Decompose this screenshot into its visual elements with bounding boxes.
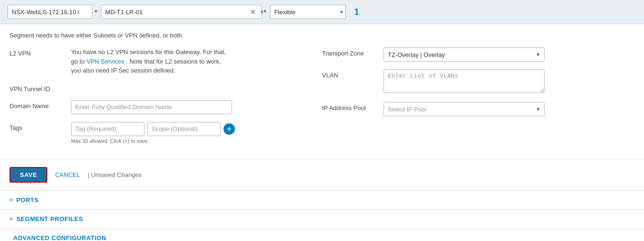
count-badge: 1 [354, 7, 359, 17]
vlan-input[interactable] [384, 69, 545, 93]
add-tag-button[interactable]: + [224, 123, 235, 135]
actions-bar: SAVE CANCEL | Unsaved Changes [0, 159, 644, 190]
ip-pool-select[interactable]: Select IP Pool [384, 102, 545, 116]
vpn-tunnel-row: VPN Tunnel ID [9, 83, 303, 93]
flexible-dropdown-button[interactable]: ▼ [339, 9, 344, 15]
segment-name-wrap: * [8, 5, 97, 19]
l2vpn-row: L2 VPN You have no L2 VPN sessions for t… [9, 47, 303, 75]
top-bar: * ✕ ▼ * ▼ 1 [0, 0, 644, 24]
flexible-wrap: ▼ [270, 5, 346, 19]
tags-row-wrap: Tags + Max 30 allowed. Click (+) to save… [9, 122, 303, 144]
ip-pool-field: Select IP Pool ▼ [384, 102, 616, 116]
gateway-dropdown-button[interactable]: ▼ [259, 9, 264, 15]
domain-name-field [71, 100, 303, 114]
segment-note: Segment needs to have either Subnets or … [9, 32, 635, 39]
transport-zone-select-wrap: TZ-Overlay | Overlay ▼ [384, 47, 545, 62]
segment-profiles-label: SEGMENT PROFILES [16, 215, 83, 222]
transport-zone-field: TZ-Overlay | Overlay ▼ [384, 47, 616, 62]
vpn-services-link[interactable]: VPN Services [87, 58, 125, 65]
form-left: L2 VPN You have no L2 VPN sessions for t… [9, 47, 322, 151]
domain-name-input[interactable] [71, 100, 232, 114]
main-content: Segment needs to have either Subnets or … [0, 24, 644, 159]
ip-pool-select-wrap: Select IP Pool ▼ [384, 102, 545, 116]
segment-profiles-section[interactable]: > SEGMENT PROFILES [0, 210, 644, 228]
ports-section[interactable]: > PORTS [0, 191, 644, 209]
tags-hint: Max 30 allowed. Click (+) to save. [71, 138, 303, 144]
flexible-input[interactable] [270, 5, 346, 19]
ports-chevron-icon: > [9, 197, 12, 203]
gateway-input[interactable] [101, 5, 262, 19]
go-to-text: go to [71, 58, 87, 65]
l2vpn-text-3: you also need IP Sec session defined. [71, 67, 175, 74]
segment-profiles-chevron-icon: > [9, 216, 12, 222]
transport-zone-select[interactable]: TZ-Overlay | Overlay [384, 47, 545, 62]
segment-name-required: * [95, 9, 97, 16]
l2vpn-text: You have no L2 VPN sessions for this Gat… [71, 47, 303, 75]
unsaved-changes: | Unsaved Changes [88, 171, 142, 178]
tag-scope-input[interactable] [147, 122, 221, 136]
segment-name-input[interactable] [8, 5, 93, 19]
tags-inputs: + [71, 122, 303, 136]
form-grid: L2 VPN You have no L2 VPN sessions for t… [9, 47, 635, 151]
l2vpn-field: You have no L2 VPN sessions for this Gat… [71, 47, 303, 75]
advanced-config-section[interactable]: ADVANCED CONFIGURATION [0, 229, 644, 241]
form-right: Transport Zone TZ-Overlay | Overlay ▼ VL… [322, 47, 635, 151]
l2vpn-text-2: . Note that for L2 sessions to work, [126, 58, 221, 65]
cancel-button[interactable]: CANCEL [55, 171, 80, 178]
l2vpn-text-1: You have no L2 VPN sessions for this Gat… [71, 48, 226, 56]
domain-name-row: Domain Name [9, 100, 303, 114]
clear-gateway-button[interactable]: ✕ [250, 8, 256, 16]
gateway-wrap: ✕ ▼ * [101, 5, 266, 19]
tags-field: + Max 30 allowed. Click (+) to save. [71, 122, 303, 144]
vlan-row: VLAN [322, 69, 616, 94]
vpn-tunnel-label: VPN Tunnel ID [9, 83, 71, 93]
save-button[interactable]: SAVE [9, 167, 47, 183]
ip-pool-row: IP Address Pool Select IP Pool ▼ [322, 102, 616, 116]
transport-zone-label: Transport Zone [322, 47, 384, 57]
tag-required-input[interactable] [71, 122, 144, 136]
advanced-config-label: ADVANCED CONFIGURATION [13, 234, 106, 241]
vlan-label: VLAN [322, 69, 384, 79]
tags-label: Tags [9, 122, 71, 131]
ip-pool-label: IP Address Pool [322, 102, 384, 111]
transport-zone-row: Transport Zone TZ-Overlay | Overlay ▼ [322, 47, 616, 62]
l2vpn-label: L2 VPN [9, 47, 71, 57]
ports-label: PORTS [16, 196, 38, 204]
vlan-field [384, 69, 616, 94]
domain-name-label: Domain Name [9, 100, 71, 110]
